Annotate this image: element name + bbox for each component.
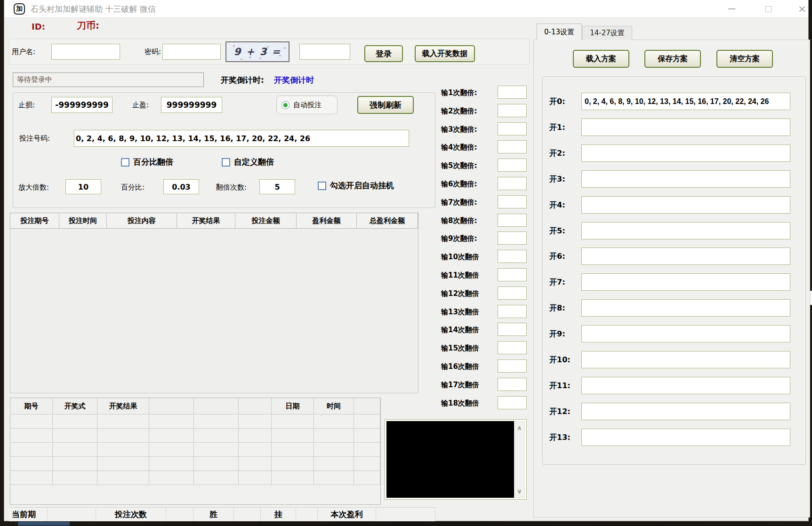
results-header-7[interactable]: 日期 xyxy=(272,398,314,414)
bet-table-header-2[interactable]: 投注时间 xyxy=(59,213,107,228)
results-header-empty[interactable] xyxy=(239,398,272,414)
force-refresh-button[interactable]: 强制刷新 xyxy=(357,96,414,114)
loss-multiplier-input-12[interactable] xyxy=(498,287,527,300)
loss-multiplier-input-3[interactable] xyxy=(498,122,527,135)
plan-field-input-2[interactable] xyxy=(581,144,790,162)
results-header-empty[interactable] xyxy=(354,398,380,414)
results-cell xyxy=(314,471,354,485)
loss-multiplier-input-2[interactable] xyxy=(498,104,527,117)
double-count-label: 翻倍次数: xyxy=(216,181,247,193)
results-header-1[interactable]: 期号 xyxy=(10,398,53,414)
load-plan-button[interactable]: 载入方案 xyxy=(573,50,629,68)
loss-multiplier-input-16[interactable] xyxy=(498,359,527,373)
username-input[interactable] xyxy=(51,44,120,60)
plan-field-input-4[interactable] xyxy=(581,196,790,214)
auto-hang-checkbox[interactable]: 勾选开启自动挂机 xyxy=(318,180,394,191)
auto-bet-radio[interactable]: 自动投注 xyxy=(276,96,338,114)
login-button[interactable]: 登录 xyxy=(364,45,403,62)
close-button[interactable]: × xyxy=(791,0,812,18)
double-count-input[interactable] xyxy=(259,179,295,194)
results-table-row xyxy=(10,429,380,443)
loss-multiplier-input-5[interactable] xyxy=(498,159,527,172)
results-cell xyxy=(53,471,97,485)
loss-multiplier-input-17[interactable] xyxy=(498,378,527,391)
amplify-input[interactable] xyxy=(65,179,101,194)
tab-0-13-settings[interactable]: 0-13设置 xyxy=(537,24,582,40)
loss-multiplier-input-7[interactable] xyxy=(498,195,527,208)
plan-field-input-11[interactable] xyxy=(581,377,790,394)
results-cell xyxy=(314,443,354,457)
password-input[interactable] xyxy=(162,44,221,60)
tab-14-27-settings[interactable]: 14-27设置 xyxy=(582,26,632,40)
results-cell xyxy=(272,414,314,429)
stop-loss-input[interactable] xyxy=(51,97,113,113)
plan-field-label-4: 开4: xyxy=(549,196,565,214)
clear-plan-button[interactable]: 清空方案 xyxy=(716,50,773,68)
loss-multiplier-label-17: 输17次翻倍 xyxy=(441,378,479,391)
results-header-8[interactable]: 时间 xyxy=(314,398,354,414)
plan-field-input-9[interactable] xyxy=(581,325,790,343)
plan-field-input-10[interactable] xyxy=(581,351,790,368)
results-header-2[interactable]: 开奖式 xyxy=(53,398,97,414)
take-profit-input[interactable] xyxy=(161,97,222,113)
loss-multiplier-input-11[interactable] xyxy=(498,268,527,281)
custom-double-checkbox[interactable]: 自定义翻倍 xyxy=(222,157,274,167)
captcha-answer-input[interactable] xyxy=(299,44,350,60)
bet-table-header-7[interactable]: 总盈利金额 xyxy=(357,213,418,228)
plan-field-input-13[interactable] xyxy=(581,429,790,446)
save-plan-button[interactable]: 保存方案 xyxy=(644,50,701,68)
plan-field-input-5[interactable] xyxy=(581,222,790,239)
loss-multiplier-label-11: 输11次翻倍 xyxy=(441,269,479,282)
log-scrollbar[interactable]: ∧ ∨ xyxy=(514,421,525,498)
loss-multiplier-input-13[interactable] xyxy=(498,305,527,318)
bet-table-header-6[interactable]: 盈利金额 xyxy=(297,213,357,228)
percent-double-checkbox[interactable]: 百分比翻倍 xyxy=(121,157,173,167)
statusbar-empty-cell xyxy=(48,508,96,521)
loss-multiplier-input-1[interactable] xyxy=(498,86,527,99)
plan-field-input-1[interactable] xyxy=(581,119,790,136)
results-header-empty[interactable] xyxy=(149,398,194,414)
loss-multiplier-input-18[interactable] xyxy=(498,396,527,409)
percent-input[interactable] xyxy=(163,179,199,194)
statusbar-current-period: 当前期 xyxy=(9,508,48,521)
loss-multiplier-input-10[interactable] xyxy=(498,250,527,263)
loss-multiplier-label-3: 输3次翻倍: xyxy=(441,123,477,136)
loss-multiplier-label-9: 输9次翻倍: xyxy=(441,232,477,245)
plan-field-input-0[interactable] xyxy=(581,93,790,110)
results-header-empty[interactable] xyxy=(194,398,239,414)
loss-multiplier-input-8[interactable] xyxy=(498,214,527,227)
results-cell xyxy=(272,443,314,457)
plan-field-input-12[interactable] xyxy=(581,403,790,420)
loss-multiplier-label-2: 输2次翻倍: xyxy=(441,104,477,118)
plan-field-input-7[interactable] xyxy=(581,273,790,291)
load-draw-data-button[interactable]: 载入开奖数据 xyxy=(415,45,475,62)
loss-multiplier-label-14: 输14次翻倍 xyxy=(441,323,479,336)
results-cell xyxy=(97,429,149,443)
plan-field-input-3[interactable] xyxy=(581,170,790,188)
bet-table-header-5[interactable]: 投注金额 xyxy=(235,213,297,228)
results-cell xyxy=(149,471,194,485)
bet-numbers-input[interactable] xyxy=(74,130,409,147)
bet-table-header-3[interactable]: 投注内容 xyxy=(107,213,177,228)
results-cell xyxy=(314,429,354,443)
loss-multiplier-input-15[interactable] xyxy=(498,341,527,354)
loss-multiplier-label-4: 输4次翻倍: xyxy=(441,141,477,154)
results-header-3[interactable]: 开奖结果 xyxy=(97,398,149,414)
loss-multiplier-input-14[interactable] xyxy=(498,323,527,336)
results-cell xyxy=(10,414,53,429)
maximize-button[interactable] xyxy=(757,0,779,18)
bet-table-header-1[interactable]: 投注期号 xyxy=(10,213,59,228)
plan-field-input-8[interactable] xyxy=(581,299,790,317)
scroll-down-icon[interactable]: ∨ xyxy=(517,487,522,495)
loss-multiplier-input-9[interactable] xyxy=(498,231,527,245)
coin-label: 刀币: xyxy=(77,19,99,32)
plan-field-label-8: 开8: xyxy=(549,299,565,317)
scroll-up-icon[interactable]: ∧ xyxy=(517,424,522,431)
captcha-noise-dot xyxy=(233,45,235,47)
minimize-button[interactable] xyxy=(721,0,742,18)
loss-multiplier-input-6[interactable] xyxy=(498,177,527,190)
bet-table-header-4[interactable]: 开奖结果 xyxy=(177,213,235,228)
plan-field-input-6[interactable] xyxy=(581,247,790,265)
loss-multiplier-input-4[interactable] xyxy=(498,140,527,153)
results-cell xyxy=(53,443,97,457)
